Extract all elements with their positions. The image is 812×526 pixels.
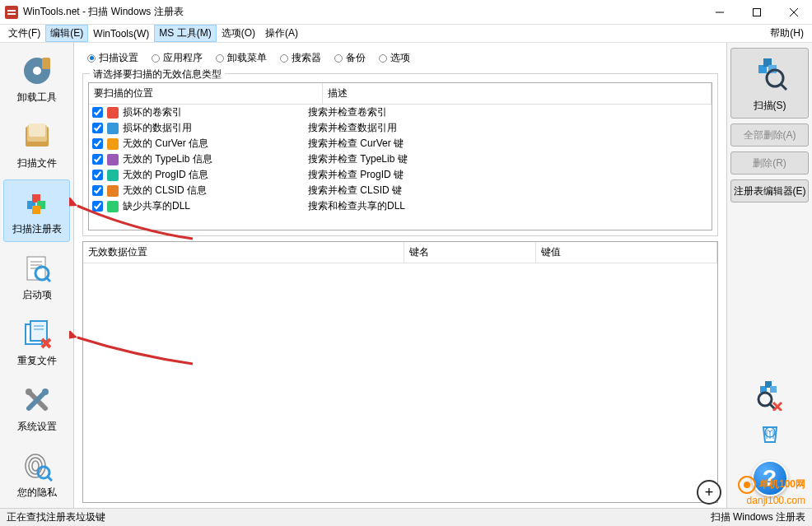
minimize-button[interactable] (701, 0, 738, 25)
row-description: 搜索并检查 ProgID 键 (308, 168, 708, 182)
svg-point-30 (29, 458, 42, 474)
row-location: 缺少共享的DLL (123, 199, 190, 213)
maximize-button[interactable] (738, 0, 775, 25)
unscan-button[interactable] (730, 378, 809, 411)
scan-row[interactable]: 损坏的卷索引 搜索并检查卷索引 (89, 105, 712, 120)
svg-rect-48 (770, 386, 777, 393)
scan-row[interactable]: 无效的 CurVer 信息 搜索并检查 CurVer 键 (89, 136, 712, 151)
svg-rect-2 (7, 13, 16, 15)
col-location[interactable]: 要扫描的位置 (89, 83, 323, 104)
window-title: WinTools.net - 扫描 Windows 注册表 (23, 5, 184, 19)
svg-point-28 (42, 389, 49, 395)
row-checkbox[interactable] (92, 138, 103, 149)
radio-icon (280, 54, 288, 63)
sidebar-scanfiles[interactable]: 扫描文件 (3, 114, 70, 176)
status-left: 正在查找注册表垃圾键 (7, 510, 105, 524)
row-type-icon (106, 169, 119, 182)
col-invalid-loc[interactable]: 无效数据位置 (83, 242, 404, 263)
regedit-button[interactable]: 注册表编辑器(E) (730, 179, 809, 202)
sidebar-startup[interactable]: 启动项 (3, 245, 70, 308)
sidebar-label: 重复文件 (17, 354, 57, 368)
sidebar-privacy[interactable]: 您的隐私 (3, 444, 70, 506)
menu-mstools[interactable]: MS 工具(M) (154, 25, 216, 42)
menu-edit[interactable]: 编辑(E) (45, 25, 88, 42)
tab-opts[interactable]: 选项 (374, 49, 415, 67)
tools-icon (21, 384, 54, 417)
zoom-indicator: + (697, 480, 721, 505)
tab-backup[interactable]: 备份 (329, 49, 371, 67)
scan-group: 请选择要扫描的无效信息类型 要扫描的位置 描述 损坏的卷索引 搜索并检查卷索引 … (82, 73, 718, 236)
scan-row[interactable]: 无效的 ProgID 信息 搜索并检查 ProgID 键 (89, 167, 712, 183)
svg-rect-39 (107, 185, 119, 197)
row-description: 搜索并检查 CLSID 键 (308, 184, 708, 198)
scan-row[interactable]: 缺少共享的DLL 搜索和检查共享的DLL (89, 198, 712, 214)
sidebar-label: 您的隐私 (17, 486, 57, 500)
group-legend: 请选择要扫描的无效信息类型 (90, 67, 225, 81)
sidebar-scanreg[interactable]: 扫描注册表 (3, 179, 70, 242)
sidebar-dupfiles[interactable]: 重复文件 (3, 312, 70, 375)
row-checkbox[interactable] (92, 170, 103, 180)
results-list[interactable]: 无效数据位置 键名 键值 (82, 241, 718, 503)
row-checkbox[interactable] (92, 107, 103, 118)
menu-help[interactable]: 帮助(H) (765, 25, 809, 42)
scan-cubes-icon (750, 54, 790, 95)
row-description: 搜索并检查 CurVer 键 (308, 137, 708, 151)
delete-button[interactable]: 删除(R) (730, 151, 809, 175)
tab-scanset[interactable]: 扫描设置 (82, 49, 143, 67)
results-header: 无效数据位置 键名 键值 (83, 242, 717, 263)
radio-icon (152, 54, 160, 63)
sidebar-sysset[interactable]: 系统设置 (3, 378, 70, 440)
scan-row[interactable]: 无效的 TypeLib 信息 搜索并检查 TypeLib 键 (89, 151, 712, 167)
sidebar-label: 启动项 (22, 288, 52, 302)
sidebar-label: 卸载工具 (17, 91, 57, 105)
tab-searcher[interactable]: 搜索器 (275, 49, 326, 67)
menu-operate[interactable]: 操作(A) (260, 25, 303, 42)
row-checkbox[interactable] (92, 201, 103, 212)
sidebar-uninstall[interactable]: 卸载工具 (3, 48, 70, 110)
recycle-button[interactable] (730, 416, 809, 449)
radio-icon (379, 54, 387, 63)
svg-rect-34 (107, 107, 119, 119)
row-location: 无效的 ProgID 信息 (123, 168, 208, 182)
sidebar-label: 扫描文件 (17, 156, 57, 170)
scan-row[interactable]: 损坏的数据引用 搜索并检查数据引用 (89, 120, 712, 136)
menu-bar: 文件(F) 编辑(E) WinTools(W) MS 工具(M) 选项(O) 操… (0, 25, 812, 43)
row-location: 无效的 CLSID 信息 (123, 184, 207, 198)
scan-list-header: 要扫描的位置 描述 (89, 83, 712, 105)
svg-rect-37 (107, 154, 119, 165)
svg-rect-36 (107, 138, 119, 150)
files-icon (21, 120, 54, 153)
svg-point-27 (26, 389, 32, 395)
menu-file[interactable]: 文件(F) (3, 25, 45, 42)
row-checkbox[interactable] (92, 154, 103, 165)
radio-on-icon (87, 54, 96, 63)
app-icon (5, 6, 18, 19)
menu-wintools[interactable]: WinTools(W) (88, 26, 154, 41)
delete-all-button[interactable]: 全部删除(A) (730, 123, 809, 147)
tab-uninstmenu[interactable]: 卸载菜单 (211, 49, 272, 67)
svg-point-8 (33, 67, 41, 75)
svg-rect-38 (107, 170, 119, 181)
row-type-icon (106, 200, 119, 213)
sidebar-label: 扫描注册表 (12, 222, 62, 236)
row-location: 无效的 TypeLib 信息 (123, 152, 212, 166)
col-val[interactable]: 键值 (536, 242, 717, 263)
scan-list[interactable]: 要扫描的位置 描述 损坏的卷索引 搜索并检查卷索引 损坏的数据引用 搜索并检查数… (88, 82, 712, 230)
registry-icon (21, 186, 54, 219)
col-description[interactable]: 描述 (323, 83, 712, 104)
scan-row[interactable]: 无效的 CLSID 信息 搜索并检查 CLSID 键 (89, 183, 712, 198)
row-checkbox[interactable] (92, 185, 103, 196)
scan-label: 扫描(S) (754, 99, 786, 113)
close-button[interactable] (775, 0, 812, 25)
menu-options[interactable]: 选项(O) (217, 25, 260, 42)
row-type-icon (106, 137, 119, 151)
row-checkbox[interactable] (92, 123, 103, 133)
tab-apps[interactable]: 应用程序 (147, 49, 208, 67)
row-description: 搜索和检查共享的DLL (308, 199, 708, 213)
svg-line-33 (48, 477, 52, 481)
row-location: 无效的 CurVer 信息 (123, 137, 208, 151)
col-key[interactable]: 键名 (404, 242, 536, 263)
watermark: 单机100网 danji100.com (737, 475, 805, 506)
svg-rect-1 (7, 10, 16, 12)
scan-button[interactable]: 扫描(S) (730, 48, 809, 119)
